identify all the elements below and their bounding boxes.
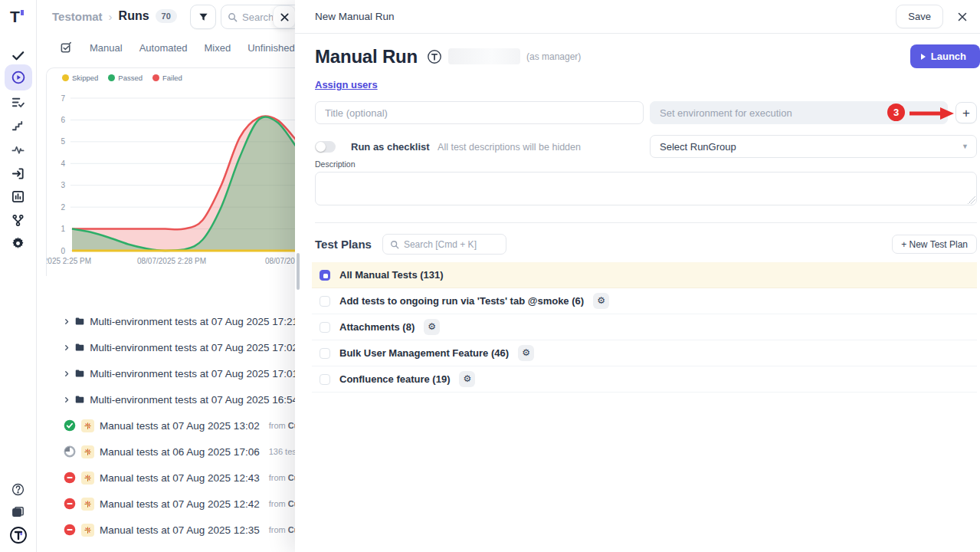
run-group-row[interactable]: Multi-environment tests at 07 Aug 2025 1… [46, 386, 298, 412]
branches-icon[interactable] [5, 208, 32, 232]
chevron-right-icon[interactable] [64, 343, 70, 352]
breadcrumb-chevron-icon: › [109, 10, 113, 23]
test-plans-list: All Manual Tests (131) Add tests to ongo… [312, 262, 977, 393]
breadcrumb: Testomat › Runs 70 [52, 9, 177, 23]
run-group-row[interactable]: Multi-environment tests at 07 Aug 2025 1… [46, 334, 298, 360]
run-status-icon [64, 498, 76, 510]
close-panel-button[interactable] [957, 12, 968, 22]
panel-header: New Manual Run Save [295, 0, 980, 34]
breadcrumb-app[interactable]: Testomat [52, 10, 103, 23]
run-group-row[interactable]: Multi-environment tests at 07 Aug 2025 1… [46, 308, 298, 334]
tab-automated[interactable]: Automated [139, 42, 188, 54]
test-plans-search-input[interactable] [404, 239, 494, 250]
filter-button[interactable] [190, 5, 216, 29]
checklist-hint: All test descriptions will be hidden [438, 142, 581, 153]
test-plan-row[interactable]: All Manual Tests (131) [312, 262, 977, 288]
pulse-activity-icon[interactable] [5, 137, 32, 162]
test-plan-row[interactable]: Add tests to ongoing run via 'Tests' tab… [312, 288, 977, 314]
test-plans-search-box[interactable] [382, 234, 506, 255]
runs-play-icon[interactable] [5, 64, 32, 90]
new-test-plan-button[interactable]: + New Test Plan [892, 235, 977, 254]
close-icon [957, 12, 968, 22]
select-runs-icon[interactable] [60, 41, 73, 54]
test-plan-label: Bulk User Management Feature (46) [339, 347, 509, 359]
rungroup-value: Select RunGroup [660, 141, 736, 153]
rungroup-select[interactable]: Select RunGroup ▼ [650, 135, 977, 158]
launch-button[interactable]: Launch [910, 44, 980, 68]
test-plans-heading: Test Plans [315, 238, 372, 251]
test-plans-list-icon[interactable] [5, 90, 32, 114]
svg-text:7: 7 [61, 94, 65, 103]
run-row[interactable]: Manual tests at 07 Aug 2025 12:43 from C… [46, 465, 298, 491]
title-input[interactable] [315, 101, 644, 124]
assign-users-link[interactable]: Assign users [315, 79, 378, 90]
run-group-row[interactable]: Multi-environment tests at 07 Aug 2025 1… [46, 360, 298, 386]
app-logo[interactable]: T [10, 8, 20, 26]
legend-item: Failed [152, 74, 182, 82]
test-plan-row[interactable]: Attachments (8) ⚙ [312, 314, 977, 340]
test-plan-settings-button[interactable]: ⚙ [593, 293, 609, 309]
run-meta-light: from [269, 473, 286, 482]
test-plan-settings-button[interactable]: ⚙ [518, 345, 534, 361]
tab-manual[interactable]: Manual [90, 42, 123, 54]
legend-label: Skipped [72, 74, 98, 82]
tutorial-arrow-icon [910, 107, 954, 120]
test-plan-checkbox[interactable] [320, 270, 330, 281]
run-status-icon [64, 524, 76, 536]
analytics-bars-icon[interactable] [5, 184, 32, 209]
clear-search-button[interactable] [273, 5, 296, 28]
import-icon[interactable] [5, 161, 32, 186]
breadcrumb-section[interactable]: Runs [119, 9, 149, 23]
legend-dot [62, 74, 69, 81]
run-as-checklist-toggle[interactable] [315, 141, 336, 153]
folder-icon [75, 342, 84, 353]
save-button[interactable]: Save [896, 5, 943, 28]
run-meta-light: 136 tests [269, 447, 298, 456]
test-plan-checkbox[interactable] [320, 348, 330, 359]
as-manager-label: (as manager) [526, 51, 581, 62]
add-environment-button[interactable]: + [955, 102, 977, 123]
chevron-down-icon: ▼ [962, 143, 969, 150]
new-manual-run-panel: New Manual Run Save Manual Run (as manag… [295, 0, 980, 552]
run-row[interactable]: Manual tests at 07 Aug 2025 12:42 from C… [46, 491, 298, 517]
test-plan-checkbox[interactable] [320, 374, 330, 385]
legend-label: Failed [162, 74, 182, 82]
tab-unfinished[interactable]: Unfinished [247, 42, 294, 54]
tab-mixed[interactable]: Mixed [205, 42, 231, 54]
chevron-right-icon[interactable] [64, 370, 70, 378]
sidebar-rail: T [0, 0, 37, 552]
test-plan-row[interactable]: Confluence feature (19) ⚙ [312, 366, 977, 393]
test-plan-label: All Manual Tests (131) [339, 269, 444, 281]
test-plan-label: Add tests to ongoing run via 'Tests' tab… [339, 295, 584, 307]
test-plan-checkbox[interactable] [320, 296, 330, 307]
testomat-circle-logo-icon[interactable] [5, 523, 32, 547]
settings-gear-icon[interactable] [5, 231, 32, 255]
runs-count-badge: 70 [156, 9, 177, 23]
description-textarea[interactable] [315, 172, 977, 205]
run-row[interactable]: Manual tests at 07 Aug 2025 12:35 from C… [46, 517, 298, 543]
help-circle-icon[interactable] [5, 477, 32, 501]
x-tick-label: 08/07/2025 2:28 PM [137, 257, 206, 265]
run-row[interactable]: Manual tests at 07 Aug 2025 13:02 from C… [46, 412, 298, 439]
milestones-steps-icon[interactable] [5, 113, 32, 138]
svg-text:0: 0 [61, 247, 65, 255]
run-label: Manual tests at 07 Aug 2025 12:43 [100, 472, 260, 484]
scrollbar-thumb[interactable] [297, 253, 300, 290]
checklist-label: Run as checklist [351, 141, 430, 153]
chart-legend: Skipped Passed Failed [62, 74, 182, 82]
chevron-right-icon[interactable] [64, 396, 70, 404]
run-status-icon [64, 445, 76, 458]
chevron-right-icon[interactable] [64, 317, 70, 326]
docs-folder-icon[interactable] [5, 500, 32, 524]
runs-page: Testomat › Runs 70 ManualAutomatedMixedU… [37, 0, 298, 552]
test-plan-checkbox[interactable] [320, 322, 330, 333]
search-icon [390, 240, 399, 249]
manual-run-icon [81, 472, 94, 485]
test-plan-settings-button[interactable]: ⚙ [459, 371, 475, 387]
test-plan-row[interactable]: Bulk User Management Feature (46) ⚙ [312, 340, 977, 366]
run-label: Multi-environment tests at 07 Aug 2025 1… [90, 394, 298, 406]
run-meta-light: from [269, 421, 286, 430]
run-row[interactable]: Manual tests at 06 Aug 2025 17:06 136 te… [46, 439, 298, 465]
test-plan-settings-button[interactable]: ⚙ [424, 319, 440, 335]
resize-handle[interactable] [968, 196, 975, 204]
